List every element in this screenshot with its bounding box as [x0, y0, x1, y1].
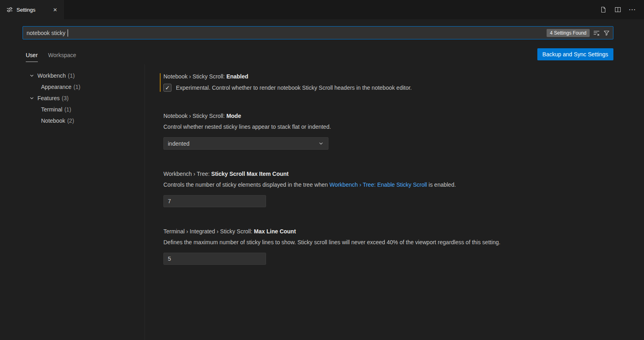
toc-item-workbench[interactable]: Workbench (1) — [0, 70, 144, 81]
close-icon[interactable]: ✕ — [51, 6, 59, 14]
mode-select[interactable]: indented — [163, 137, 328, 150]
setting-terminal-sticky-scroll-max-line-count: Terminal › Integrated › Sticky Scroll: M… — [160, 228, 628, 265]
setting-link[interactable]: Workbench › Tree: Enable Sticky Scroll — [329, 181, 427, 188]
toc-label: Appearance — [41, 84, 72, 90]
settings-editor-window: Settings ✕ ⋯ notebook sticky — [0, 0, 644, 340]
setting-description: Control whether nested sticky lines appe… — [163, 123, 628, 131]
setting-title: Terminal › Integrated › Sticky Scroll: M… — [163, 228, 628, 235]
setting-category: Notebook › Sticky Scroll: — [163, 73, 226, 80]
settings-search-input[interactable]: notebook sticky 4 Settings Found — [23, 26, 613, 39]
check-icon: ✓ — [165, 85, 170, 91]
toc-item-notebook[interactable]: Notebook (2) — [0, 115, 144, 126]
setting-title: Notebook › Sticky Scroll: Enabled — [163, 73, 628, 80]
toc-label: Terminal — [41, 106, 62, 113]
toc-count: (3) — [62, 95, 68, 101]
setting-category: Terminal › Integrated › Sticky Scroll: — [163, 228, 254, 235]
setting-name: Sticky Scroll Max Item Count — [211, 171, 289, 177]
setting-name: Max Line Count — [254, 228, 296, 235]
setting-tree-sticky-scroll-max-item-count: Workbench › Tree: Sticky Scroll Max Item… — [160, 171, 628, 207]
checkbox[interactable]: ✓ — [163, 84, 171, 92]
search-value: notebook sticky — [27, 30, 66, 36]
setting-description: Controls the number of sticky elements d… — [163, 181, 628, 189]
toc-count: (1) — [68, 72, 75, 79]
search-row: notebook sticky 4 Settings Found — [0, 19, 644, 39]
setting-notebook-sticky-scroll-enabled: Notebook › Sticky Scroll: Enabled ✓ Expe… — [160, 73, 628, 92]
input-value: 5 — [168, 256, 171, 262]
editor-actions: ⋯ — [599, 0, 644, 19]
tab-settings[interactable]: Settings ✕ — [0, 0, 64, 19]
toc-label: Features — [37, 95, 60, 101]
toc-item-appearance[interactable]: Appearance (1) — [0, 81, 144, 93]
toc-count: (1) — [64, 106, 71, 113]
description-text: Controls the number of sticky elements d… — [163, 181, 329, 188]
split-editor-icon[interactable] — [613, 5, 622, 14]
max-line-count-input[interactable]: 5 — [163, 253, 266, 265]
description-text: is enabled. — [427, 181, 456, 188]
setting-category: Workbench › Tree: — [163, 171, 211, 177]
chevron-down-icon — [29, 73, 35, 78]
chevron-down-icon — [318, 140, 324, 146]
tab-title: Settings — [17, 7, 35, 13]
more-actions-glyph: ⋯ — [629, 8, 636, 12]
setting-name: Enabled — [226, 73, 248, 80]
setting-title: Notebook › Sticky Scroll: Mode — [163, 113, 628, 119]
setting-description: Experimental. Control whether to render … — [176, 84, 412, 92]
backup-sync-settings-button[interactable]: Backup and Sync Settings — [537, 48, 613, 60]
results-count-badge: 4 Settings Found — [547, 29, 590, 37]
toc-label: Workbench — [37, 72, 66, 79]
setting-category: Notebook › Sticky Scroll: — [163, 113, 226, 119]
filter-icon[interactable] — [603, 30, 610, 36]
tab-workspace[interactable]: Workspace — [48, 52, 76, 62]
toc-item-terminal[interactable]: Terminal (1) — [0, 104, 144, 115]
selected-option: indented — [168, 140, 190, 147]
setting-description: Defines the maximum number of sticky lin… — [163, 239, 628, 246]
toc-count: (2) — [67, 117, 74, 124]
input-value: 7 — [168, 198, 171, 204]
editor-tab-bar: Settings ✕ ⋯ — [0, 0, 644, 19]
settings-sliders-icon — [6, 6, 13, 13]
max-item-count-input[interactable]: 7 — [163, 195, 266, 207]
settings-body: Workbench (1) Appearance (1) Features (3… — [0, 64, 644, 340]
toc-count: (1) — [74, 84, 80, 90]
more-actions-icon[interactable]: ⋯ — [628, 5, 637, 14]
setting-check-line: ✓ Experimental. Control whether to rende… — [163, 84, 628, 92]
scope-row: User Workspace Backup and Sync Settings — [0, 39, 644, 62]
clear-search-icon[interactable] — [593, 30, 600, 36]
settings-toc: Workbench (1) Appearance (1) Features (3… — [0, 64, 145, 340]
toc-item-features[interactable]: Features (3) — [0, 93, 144, 104]
open-settings-json-icon[interactable] — [599, 5, 608, 14]
text-cursor — [68, 29, 68, 37]
setting-name: Mode — [226, 113, 241, 119]
tab-user[interactable]: User — [26, 52, 38, 62]
setting-title: Workbench › Tree: Sticky Scroll Max Item… — [163, 171, 628, 177]
setting-notebook-sticky-scroll-mode: Notebook › Sticky Scroll: Mode Control w… — [160, 113, 628, 150]
chevron-down-icon — [29, 95, 35, 101]
settings-list: Notebook › Sticky Scroll: Enabled ✓ Expe… — [145, 64, 644, 340]
toc-label: Notebook — [41, 117, 65, 124]
search-controls: 4 Settings Found — [547, 29, 610, 37]
